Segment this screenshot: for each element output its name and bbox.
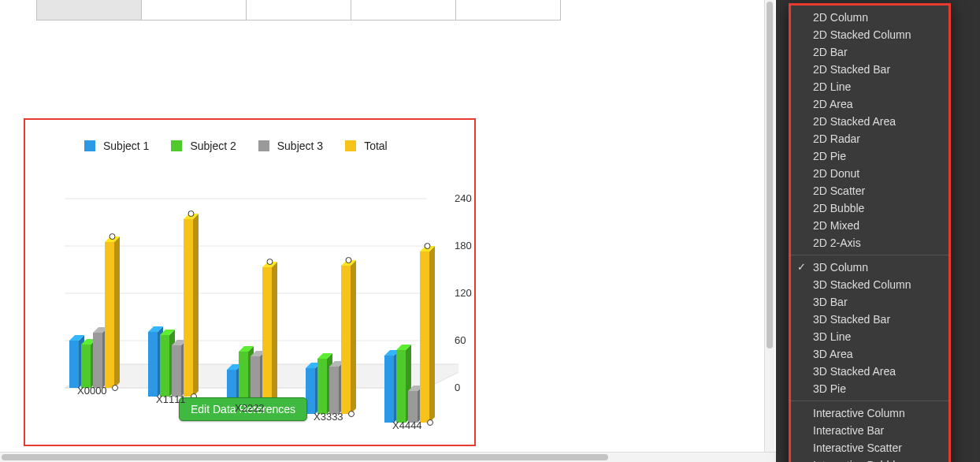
legend-item: Subject 3	[258, 140, 323, 152]
svg-rect-56	[329, 367, 339, 414]
svg-point-18	[110, 234, 115, 240]
chart-object[interactable]: Subject 1 Subject 2 Subject 3 Total Edit…	[24, 118, 476, 446]
svg-marker-71	[429, 246, 435, 423]
legend-item: Subject 1	[84, 140, 149, 152]
svg-marker-15	[114, 237, 120, 388]
scrollbar-thumb[interactable]	[767, 2, 773, 348]
svg-marker-57	[351, 260, 356, 414]
svg-rect-73	[420, 251, 429, 423]
chart-type-option[interactable]: 2D Stacked Bar	[791, 61, 948, 78]
chart-type-option[interactable]: 2D Column	[791, 9, 948, 26]
svg-rect-64	[384, 356, 394, 423]
legend-swatch-icon	[84, 140, 95, 151]
vertical-scrollbar[interactable]	[764, 0, 774, 453]
svg-rect-22	[148, 332, 158, 397]
svg-point-60	[346, 258, 351, 263]
svg-point-32	[188, 211, 194, 217]
chart-type-option[interactable]: 2D Bar	[791, 43, 948, 61]
data-table[interactable]: X4444 85 92 40 217	[36, 0, 561, 20]
svg-rect-31	[184, 219, 193, 397]
chart-type-option[interactable]: 2D Stacked Column	[791, 26, 948, 43]
legend-item: Subject 2	[171, 140, 236, 152]
horizontal-scrollbar[interactable]	[0, 452, 776, 462]
svg-rect-11	[81, 345, 91, 388]
chart-type-option[interactable]: 3D Column	[791, 259, 948, 276]
svg-marker-29	[193, 214, 199, 397]
chart-type-option[interactable]: Interactive Bubble	[791, 456, 948, 462]
svg-rect-70	[408, 391, 418, 423]
legend-swatch-icon	[171, 140, 182, 151]
svg-point-19	[113, 386, 118, 391]
chart-type-option[interactable]: 3D Area	[791, 345, 948, 363]
svg-point-46	[267, 259, 273, 265]
chart-type-option[interactable]: 3D Stacked Bar	[791, 311, 948, 328]
chart-type-option[interactable]: 2D Area	[791, 95, 948, 113]
chart-type-option[interactable]: Interactive Column	[791, 404, 948, 422]
svg-point-75	[428, 420, 433, 426]
svg-rect-17	[105, 242, 114, 388]
chart-type-option[interactable]: Interactive Scatter	[791, 439, 948, 456]
chart-type-option[interactable]: 3D Stacked Column	[791, 276, 948, 293]
svg-rect-8	[69, 341, 79, 388]
svg-rect-14	[93, 333, 102, 388]
chart-type-option[interactable]: 2D Pie	[791, 147, 948, 165]
chart-legend: Subject 1 Subject 2 Subject 3 Total	[84, 140, 388, 152]
svg-rect-67	[396, 350, 406, 423]
svg-rect-45	[262, 267, 272, 405]
svg-rect-53	[317, 359, 327, 414]
svg-marker-43	[272, 262, 277, 405]
chart-type-menu[interactable]: 2D Column2D Stacked Column2D Bar2D Stack…	[789, 3, 951, 462]
chart-type-option[interactable]: 2D Bubble	[791, 199, 948, 217]
chart-type-option[interactable]: 3D Line	[791, 328, 948, 345]
chart-type-option[interactable]: 2D Line	[791, 78, 948, 95]
chart-type-option[interactable]: 3D Pie	[791, 380, 948, 397]
canvas-area[interactable]: X4444 85 92 40 217 Subject 1 Subject 2 S…	[0, 0, 776, 462]
scrollbar-thumb[interactable]	[2, 454, 608, 460]
svg-rect-25	[160, 335, 169, 397]
chart-type-option[interactable]: 3D Stacked Area	[791, 363, 948, 380]
chart-type-option[interactable]: 3D Bar	[791, 293, 948, 311]
legend-item: Total	[345, 140, 388, 152]
legend-swatch-icon	[345, 140, 356, 151]
chart-type-option[interactable]: 2D Donut	[791, 165, 948, 182]
svg-point-74	[425, 244, 430, 249]
table-row	[37, 0, 561, 20]
svg-rect-59	[341, 266, 351, 414]
svg-point-61	[349, 412, 355, 417]
chart-type-option[interactable]: Interactive Bar	[791, 422, 948, 439]
svg-rect-28	[172, 345, 181, 397]
chart-type-option[interactable]: 2D Stacked Area	[791, 113, 948, 130]
chart-type-option[interactable]: 2D Scatter	[791, 182, 948, 199]
chart-type-option[interactable]: 2D Radar	[791, 130, 948, 147]
legend-swatch-icon	[258, 140, 269, 151]
chart-type-option[interactable]: 2D 2-Axis	[791, 234, 948, 251]
chart-type-option[interactable]: 2D Mixed	[791, 217, 948, 234]
format-sidebar: 2D Column2D Stacked Column2D Bar2D Stack…	[776, 0, 980, 462]
